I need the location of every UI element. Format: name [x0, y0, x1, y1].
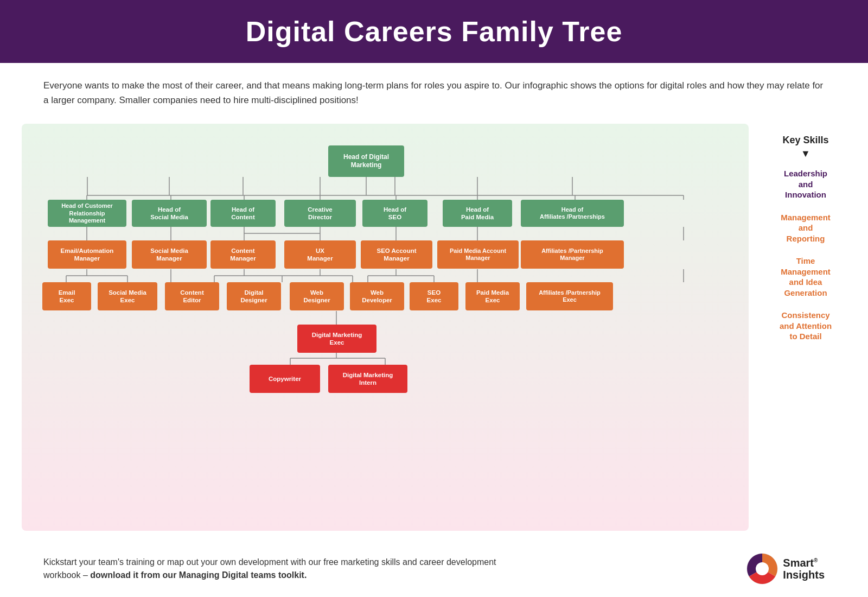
skill-leadership: LeadershipandInnovation [784, 168, 827, 200]
skill-time: TimeManagementand IdeaGeneration [781, 256, 831, 298]
node-hoc: Head ofContent [210, 200, 276, 227]
node-hosm: Head ofSocial Media [132, 200, 207, 227]
logo-area: Smart® Insights [746, 552, 825, 585]
smart-insights-logo-text: Smart® Insights [783, 557, 825, 581]
org-chart: Head of Digital Marketing Head of Custom… [33, 140, 738, 515]
smart-insights-logo-icon [746, 552, 778, 585]
node-pmexec: Paid MediaExec [465, 282, 520, 310]
node-cm: ContentManager [210, 240, 276, 269]
node-seoexec: SEOExec [410, 282, 458, 310]
connector-lines [33, 140, 738, 515]
node-dmexec: Digital MarketingExec [297, 325, 376, 353]
node-seoam: SEO AccountManager [361, 240, 432, 269]
page-header: Digital Careers Family Tree [0, 0, 868, 63]
key-skills-title: Key Skills [782, 135, 828, 146]
page-title: Digital Careers Family Tree [22, 15, 846, 48]
node-smexec: Social MediaExec [98, 282, 157, 310]
node-emailexec: EmailExec [42, 282, 91, 310]
skill-management: ManagementandReporting [781, 212, 831, 244]
node-contenteditor: ContentEditor [165, 282, 219, 310]
node-hoap: Head ofAffiliates /Partnerships [521, 200, 624, 227]
node-hopm: Head ofPaid Media [443, 200, 512, 227]
node-webdev: WebDeveloper [350, 282, 404, 310]
skill-consistency: Consistencyand Attentionto Detail [780, 310, 832, 342]
key-skills-panel: Key Skills ▼ LeadershipandInnovation Man… [749, 124, 846, 531]
node-digdesigner: DigitalDesigner [227, 282, 281, 310]
node-cd: CreativeDirector [284, 200, 356, 227]
chart-area: Head of Digital Marketing Head of Custom… [22, 124, 749, 531]
node-eam: Email/AutomationManager [48, 240, 126, 269]
node-hodm: Head of Digital Marketing [328, 145, 404, 177]
key-skills-arrow: ▼ [801, 148, 810, 160]
connector-lines-2 [33, 140, 738, 515]
node-dmintern: Digital MarketingIntern [328, 365, 407, 393]
svg-point-51 [756, 562, 769, 575]
footer-text: Kickstart your team's training or map ou… [43, 556, 532, 582]
main-area: Head of Digital Marketing Head of Custom… [0, 118, 868, 542]
node-hoseo: Head ofSEO [362, 200, 427, 227]
node-copywriter: Copywriter [250, 365, 320, 393]
node-apexec: Affiliates /PartnershipExec [526, 282, 613, 310]
intro-text: Everyone wants to make the most of their… [0, 63, 868, 118]
node-pmam: Paid Media AccountManager [437, 240, 519, 269]
footer: Kickstart your team's training or map ou… [0, 542, 868, 596]
node-apm: Affiliates /PartnershipManager [521, 240, 624, 269]
node-uxm: UXManager [284, 240, 356, 269]
node-hocrm: Head of CustomerRelationship Management [48, 200, 126, 227]
node-smm: Social MediaManager [132, 240, 207, 269]
node-webdesigner: WebDesigner [290, 282, 344, 310]
